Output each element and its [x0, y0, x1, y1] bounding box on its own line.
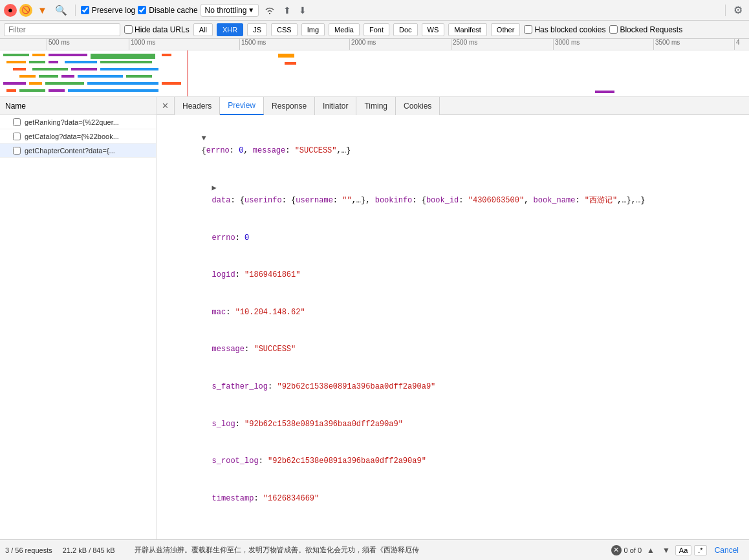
request-name-1: getCatalog?data={%22book... — [25, 133, 119, 140]
tick-4: 4 — [734, 39, 740, 50]
throttle-chevron-icon: ▼ — [248, 6, 254, 14]
tabs-bar: ✕ Headers Preview Response Initiator Tim… — [157, 97, 749, 115]
svg-rect-16 — [19, 75, 36, 78]
filter-xhr-button[interactable]: XHR — [217, 23, 243, 36]
svg-rect-25 — [162, 82, 181, 85]
timeline-ruler: 500 ms 1000 ms 1500 ms 2000 ms 2500 ms 3… — [0, 39, 749, 50]
filter-icon-button[interactable]: ▼ — [35, 3, 50, 17]
blocked-requests-label[interactable]: Blocked Requests — [609, 25, 682, 34]
preserve-log-checkbox[interactable] — [81, 6, 89, 14]
request-item-0[interactable]: getRanking?data={%22quer... — [0, 115, 156, 129]
svg-rect-21 — [3, 82, 26, 85]
filter-other-button[interactable]: Other — [491, 23, 521, 36]
filter-all-button[interactable]: All — [193, 23, 213, 36]
svg-rect-1 — [32, 54, 45, 56]
main-area: Name getRanking?data={%22quer... getCata… — [0, 97, 749, 539]
separator-2 — [725, 5, 726, 16]
svg-rect-2 — [49, 54, 87, 56]
search-aa-button[interactable]: Aa — [675, 545, 691, 555]
timeline: 500 ms 1000 ms 1500 ms 2000 ms 2500 ms 3… — [0, 39, 749, 97]
request-checkbox-1[interactable] — [13, 133, 21, 140]
filter-ws-button[interactable]: WS — [422, 23, 445, 36]
filter-manifest-button[interactable]: Manifest — [448, 23, 487, 36]
svg-rect-24 — [87, 82, 158, 85]
requests-panel: Name getRanking?data={%22quer... getCata… — [0, 97, 157, 539]
settings-gear-button[interactable]: ⚙ — [731, 3, 745, 17]
requests-list: getRanking?data={%22quer... getCatalog?d… — [0, 115, 156, 539]
request-checkbox-0[interactable] — [13, 118, 21, 126]
throttle-label: No throttling — [205, 6, 247, 15]
svg-rect-20 — [126, 75, 152, 78]
search-next-button[interactable]: ▼ — [660, 544, 673, 556]
stop-button[interactable]: 🚫 — [19, 4, 32, 17]
name-column-header: Name — [5, 102, 26, 111]
wifi-icon-button[interactable] — [261, 4, 278, 17]
disable-cache-label[interactable]: Disable cache — [138, 6, 197, 15]
close-tab-button[interactable]: ✕ — [157, 97, 175, 115]
blocked-requests-checkbox[interactable] — [609, 25, 618, 34]
request-checkbox-2[interactable] — [13, 147, 21, 155]
timeline-bars — [0, 50, 749, 97]
tick-3500ms: 3500 ms — [653, 39, 680, 50]
svg-rect-12 — [13, 68, 26, 70]
hide-data-urls-label[interactable]: Hide data URLs — [124, 25, 190, 34]
request-name-0: getRanking?data={%22quer... — [25, 118, 119, 126]
expand-root-icon[interactable]: ▼ — [202, 134, 206, 143]
expand-data-icon[interactable]: ▶ — [212, 184, 217, 193]
svg-rect-10 — [100, 61, 152, 63]
close-window-button[interactable]: ● — [4, 4, 17, 17]
has-blocked-cookies-checkbox[interactable] — [524, 25, 532, 34]
disable-cache-checkbox[interactable] — [138, 6, 146, 14]
blocked-requests-text: Blocked Requests — [620, 25, 682, 34]
close-search-icon[interactable]: ✕ — [611, 545, 622, 555]
json-s-log-line: s_log: "92b62c1538e0891a396baa0dff2a90a9… — [175, 405, 741, 443]
request-item-2[interactable]: getChapterContent?data={... — [0, 144, 156, 158]
preserve-log-label[interactable]: Preserve log — [81, 6, 135, 15]
json-data-line: ▶ data: {userinfo: {username: "",…}, boo… — [175, 170, 741, 220]
filter-img-button[interactable]: Img — [301, 23, 325, 36]
svg-rect-14 — [71, 68, 97, 70]
data-size: 21.2 kB / 845 kB — [63, 546, 115, 554]
throttle-select[interactable]: No throttling ▼ — [201, 4, 259, 17]
timeline-chart — [0, 50, 749, 97]
search-button[interactable]: 🔍 — [52, 3, 70, 17]
upload-icon-button[interactable]: ⬆ — [281, 4, 294, 17]
request-item-1[interactable]: getCatalog?data={%22book... — [0, 129, 156, 144]
tab-initiator[interactable]: Initiator — [315, 97, 356, 115]
tab-preview[interactable]: Preview — [220, 97, 264, 115]
download-icon-button[interactable]: ⬇ — [296, 4, 309, 17]
search-prev-button[interactable]: ▲ — [644, 544, 657, 556]
tab-timing[interactable]: Timing — [356, 97, 396, 115]
tab-response[interactable]: Response — [264, 97, 315, 115]
tab-cookies[interactable]: Cookies — [396, 97, 440, 115]
status-text: 开辟从兹清浊辨。覆载群生仰至仁，发明万物皆成善。欲知造化会元功，须看《西游释厄传 — [135, 545, 611, 555]
filter-js-button[interactable]: JS — [247, 23, 267, 36]
filter-media-button[interactable]: Media — [329, 23, 360, 36]
search-counter: 0 of 0 — [624, 546, 642, 554]
tab-headers[interactable]: Headers — [175, 97, 220, 115]
filter-font-button[interactable]: Font — [364, 23, 389, 36]
cancel-button[interactable]: Cancel — [710, 546, 744, 555]
svg-rect-9 — [65, 61, 97, 63]
filter-css-button[interactable]: CSS — [271, 23, 298, 36]
status-bar: 3 / 56 requests 21.2 kB / 845 kB 开辟从兹清浊辨… — [0, 539, 749, 560]
has-blocked-cookies-label[interactable]: Has blocked cookies — [524, 25, 605, 34]
hide-data-urls-checkbox[interactable] — [124, 25, 133, 34]
json-message-line: message: "SUCCESS" — [175, 331, 741, 369]
filter-doc-button[interactable]: Doc — [393, 23, 418, 36]
svg-rect-7 — [29, 61, 45, 63]
hide-data-urls-text: Hide data URLs — [135, 25, 190, 34]
filter-input[interactable] — [4, 23, 120, 36]
svg-rect-4 — [162, 54, 171, 56]
svg-rect-28 — [49, 89, 65, 92]
request-name-2: getChapterContent?data={... — [25, 147, 115, 155]
svg-rect-0 — [3, 54, 29, 56]
json-errno-line: errno: 0 — [175, 220, 741, 257]
filter-bar: Hide data URLs All XHR JS CSS Img Media … — [0, 21, 749, 39]
preview-content: ▼ {errno: 0, message: "SUCCESS",…} ▶ dat… — [157, 115, 749, 539]
tick-3000ms: 3000 ms — [553, 39, 580, 50]
svg-rect-23 — [45, 82, 84, 85]
tick-2000ms: 2000 ms — [349, 39, 376, 50]
wifi-icon — [264, 5, 276, 16]
search-regex-button[interactable]: .* — [694, 545, 706, 555]
